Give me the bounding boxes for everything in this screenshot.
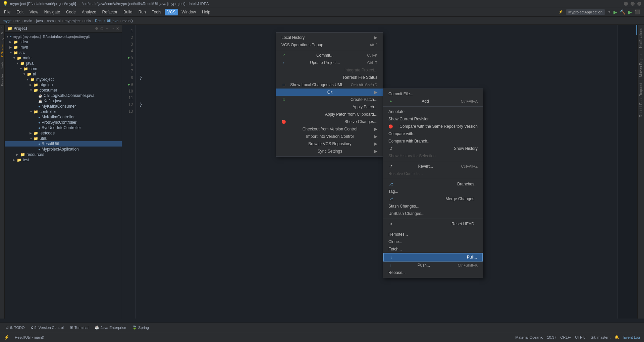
close-button[interactable]: ✕ — [637, 2, 641, 6]
status-event-log[interactable]: Event Log — [623, 335, 640, 339]
tree-item-com[interactable]: ▼ 📁 com — [5, 66, 122, 71]
breadcrumb-main[interactable]: main — [24, 19, 32, 23]
git-unstash-changes[interactable]: UnStash Changes... — [383, 210, 483, 217]
bottom-tab-terminal[interactable]: ▣ Terminal — [67, 324, 91, 331]
breadcrumb-myproject[interactable]: myproject — [64, 19, 80, 23]
git-compare-with-branch[interactable]: Compare with Branch... — [383, 137, 483, 145]
menu-view[interactable]: View — [27, 9, 41, 15]
menu-analyze[interactable]: Analyze — [79, 9, 99, 15]
status-git[interactable]: Git: master : — [591, 335, 611, 339]
menu-navigate[interactable]: Navigate — [42, 9, 63, 15]
right-tab-restful[interactable]: Restful Fast Request — [638, 80, 644, 120]
tree-item-utils[interactable]: ▼ 📁 utils — [5, 136, 122, 141]
left-icon-1[interactable]: 1 — [1, 26, 4, 28]
right-tab-notifications[interactable]: Notifications — [638, 25, 644, 51]
status-line-ending[interactable]: CRLF· — [560, 335, 571, 339]
git-revert[interactable]: ↺ Revert... Ctrl+Alt+Z — [383, 163, 483, 170]
vcs-shelve-changes[interactable]: 🔴 Shelve Changes... — [276, 118, 383, 125]
vcs-git[interactable]: Git ▶ Commit File... + Add Ctrl+Alt+A An… — [276, 89, 383, 96]
menu-window[interactable]: Window — [179, 9, 199, 15]
vcs-show-local-changes-uml[interactable]: ⊡ Show Local Changes as UML Ctrl+Alt+Shi… — [276, 81, 383, 89]
bottom-tab-spring[interactable]: 🍃 Spring — [129, 324, 152, 331]
project-expand-icon[interactable]: ⬡ — [100, 26, 104, 31]
project-more-icon[interactable]: ⋯ — [110, 26, 114, 31]
vcs-import-version-control[interactable]: Import into Version Control ▶ — [276, 133, 383, 140]
tree-item-atguigu[interactable]: ▶ 📁 atguigu — [5, 82, 122, 88]
menu-run[interactable]: Run — [136, 9, 149, 15]
vcs-sync-settings[interactable]: Sync Settings ▶ — [276, 148, 383, 155]
tree-item-mykafkaconsumer[interactable]: ▶ ● MyKafkaConsumer — [5, 104, 122, 109]
git-rebase[interactable]: Rebase... — [383, 269, 483, 276]
tree-item-consumer[interactable]: ▼ 📁 consumer — [5, 88, 122, 93]
tree-item-kafka[interactable]: ▶ ☕ Kafka.java — [5, 98, 122, 104]
git-compare-with[interactable]: Compare with... — [383, 130, 483, 137]
right-tab-maven[interactable]: Maven Project — [638, 51, 644, 80]
tree-item-myproject[interactable]: ▼ 📁 myproject — [5, 77, 122, 82]
breadcrumb-com[interactable]: com — [47, 19, 54, 23]
tree-item-idea[interactable]: ▶ 📁 .idea — [5, 39, 122, 45]
project-settings-icon[interactable]: ⚙ — [95, 26, 98, 31]
breadcrumb-method[interactable]: main() — [122, 19, 133, 23]
tree-item-prodsync[interactable]: ▶ ● ProdSyncController — [5, 120, 122, 125]
maximize-button[interactable]: □ — [631, 2, 635, 6]
vcs-apply-patch-clipboard[interactable]: Apply Patch from Clipboard... — [276, 111, 383, 118]
tree-item-resources[interactable]: ▶ 📁 resources — [5, 152, 122, 157]
tree-item-mykafkacontroller[interactable]: ▶ ● MyKafkaController — [5, 114, 122, 120]
tree-item-main[interactable]: ▼ 📁 main — [5, 55, 122, 61]
run-button[interactable]: ▶ — [613, 9, 617, 15]
project-close-icon[interactable]: ✕ — [116, 26, 119, 31]
breadcrumb-ai[interactable]: ai — [58, 19, 61, 23]
git-reset-head[interactable]: ↺ Reset HEAD... — [383, 220, 483, 228]
status-breadcrumb[interactable]: ResultUtil › main() — [15, 335, 44, 339]
menu-code[interactable]: Code — [63, 9, 78, 15]
tree-item-root[interactable]: ▼ ▪ mygit [myproject] E:\asiainfowork\pr… — [5, 34, 122, 39]
run-config-arrow[interactable]: ▼ — [608, 10, 611, 14]
git-branches[interactable]: ⎇ Branches... — [383, 180, 483, 188]
tree-item-resultutil[interactable]: ▶ ● ResultUtil — [5, 141, 122, 147]
breadcrumb-utils[interactable]: utils — [85, 19, 91, 23]
git-merge-changes[interactable]: ⎇ Merge Changes... — [383, 195, 483, 203]
vcs-refresh-file-status[interactable]: Refresh File Status — [276, 74, 383, 81]
build-button[interactable]: 🔨 — [620, 9, 626, 15]
menu-help[interactable]: Help — [199, 9, 213, 15]
left-icon-git[interactable]: ⑆ — [1, 32, 3, 35]
run-config-name[interactable]: MyprojectApplication — [566, 9, 605, 15]
git-commit-file[interactable]: Commit File... — [383, 90, 483, 98]
tree-item-java[interactable]: ▼ 📁 java — [5, 61, 122, 66]
menu-refactor[interactable]: Refactor — [100, 9, 120, 15]
left-icon-web[interactable]: Web — [1, 62, 4, 68]
menu-vcs[interactable]: VCS — [165, 9, 178, 15]
menu-build[interactable]: Build — [121, 9, 135, 15]
git-show-history[interactable]: ↺ Show History — [383, 145, 483, 152]
minimize-button[interactable]: ─ — [624, 2, 628, 6]
git-push[interactable]: ↑ Push... Ctrl+Shift+K — [383, 262, 483, 269]
git-stash-changes[interactable]: Stash Changes... — [383, 203, 483, 210]
project-collapse-icon[interactable]: ─ — [106, 26, 108, 31]
vcs-update-project[interactable]: ↑ Update Project... Ctrl+T — [276, 59, 383, 66]
breadcrumb-src[interactable]: src — [15, 19, 20, 23]
git-compare-same-repo[interactable]: 🔴 Compare with the Same Repository Versi… — [383, 123, 483, 130]
vcs-checkout-version-control[interactable]: Checkout from Version Control ▶ — [276, 125, 383, 133]
status-encoding[interactable]: UTF-8· — [575, 335, 586, 339]
git-clone[interactable]: Clone... — [383, 238, 483, 245]
status-theme[interactable]: Material Oceanic — [515, 335, 543, 339]
vcs-commit[interactable]: ✓ Commit... Ctrl+K — [276, 52, 383, 59]
menu-edit[interactable]: Edit — [14, 9, 26, 15]
tree-item-src[interactable]: ▼ 📁 src — [5, 50, 122, 55]
vcs-apply-patch[interactable]: Apply Patch... — [276, 103, 383, 111]
status-notification[interactable]: 🔔 — [614, 335, 619, 339]
menu-file[interactable]: File — [1, 9, 13, 15]
git-show-current-revision[interactable]: Show Current Revision — [383, 115, 483, 123]
vcs-operations-popup[interactable]: VCS Operations Popup... Alt+` — [276, 41, 383, 49]
tree-item-myprojectapp[interactable]: ▶ ● MyprojectApplication — [5, 147, 122, 152]
git-remotes[interactable]: Remotes... — [383, 231, 483, 238]
menu-tools[interactable]: Tools — [149, 9, 164, 15]
left-icon-branch[interactable]: ⎇ — [1, 38, 4, 41]
vcs-local-history[interactable]: Local History ▶ — [276, 34, 383, 41]
git-annotate[interactable]: Annotate — [383, 108, 483, 115]
tree-item-calllog[interactable]: ▶ ☕ CallLogKafkaConsumer.java — [5, 93, 122, 98]
breadcrumb-repo[interactable]: mygit — [3, 19, 11, 23]
tree-item-sysuserinfo[interactable]: ▶ ● SysUserInfoController — [5, 125, 122, 130]
status-event-icon[interactable]: ⚡ — [4, 335, 9, 340]
left-icon-fav[interactable]: Favorites — [1, 74, 4, 86]
